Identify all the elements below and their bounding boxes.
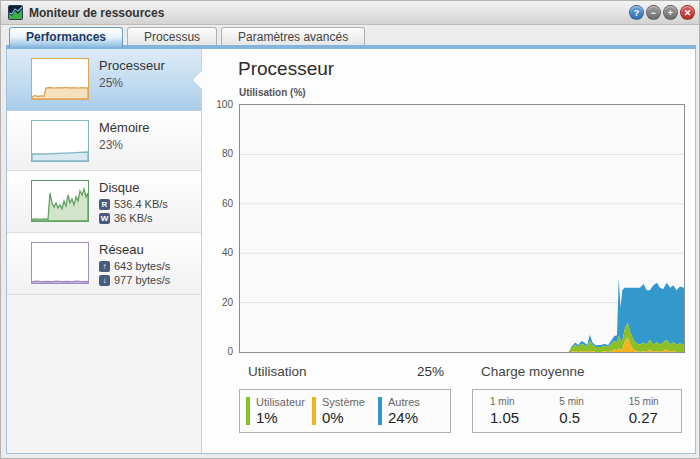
- sidebar-item-reseau[interactable]: Réseau ↑ 643 bytes/s ↓ 977 bytes/s: [7, 233, 201, 295]
- y-axis-title: Utilisation (%): [239, 87, 306, 98]
- legend-value: 0%: [322, 409, 365, 426]
- title-bar: Moniteur de ressources ? − + ✕: [1, 1, 699, 25]
- window-controls: ? − + ✕: [629, 5, 695, 20]
- disk-read-row: R 536.4 KB/s: [99, 198, 168, 210]
- usage-legend-box: Utilisateur 1% Système 0% Autres 24%: [239, 389, 451, 433]
- y-tick-label: 40: [222, 247, 233, 258]
- window-title: Moniteur de ressources: [29, 1, 164, 25]
- reseau-sparkline: [31, 242, 89, 284]
- autres-color-bar: [378, 397, 382, 425]
- disque-sparkline: [31, 180, 89, 222]
- legend-value: 1%: [256, 409, 305, 426]
- y-tick-label: 60: [222, 198, 233, 209]
- selected-item-notch: [193, 71, 202, 89]
- cpu-chart-svg: [240, 105, 684, 352]
- usage-total: 25%: [239, 364, 444, 379]
- upload-arrow-icon: ↑: [99, 261, 110, 272]
- resource-monitor-window: Moniteur de ressources ? − + ✕ Performan…: [0, 0, 700, 459]
- legend-utilisateur: Utilisateur 1%: [246, 396, 312, 426]
- network-up-value: 643 bytes/s: [114, 260, 170, 272]
- y-tick-label: 20: [222, 297, 233, 308]
- load-average-label: Charge moyenne: [481, 364, 585, 379]
- memoire-sparkline: [31, 120, 89, 162]
- legend-name: Système: [322, 396, 365, 408]
- tab-bar: Performances Processus Paramètres avancé…: [9, 27, 365, 48]
- sidebar-item-label: Réseau: [99, 242, 170, 257]
- legend-systeme: Système 0%: [312, 396, 378, 426]
- network-up-row: ↑ 643 bytes/s: [99, 260, 170, 272]
- utilisateur-color-bar: [246, 397, 250, 425]
- sidebar-item-label: Mémoire: [99, 120, 150, 135]
- close-button[interactable]: ✕: [680, 5, 695, 20]
- legend-value: 24%: [388, 409, 420, 426]
- sidebar: Processeur 25% Mémoire 23%: [7, 49, 202, 453]
- legend-name: Autres: [388, 396, 420, 408]
- disk-read-icon: R: [99, 199, 110, 210]
- sidebar-item-value: 23%: [99, 138, 150, 152]
- tab-processus[interactable]: Processus: [127, 27, 217, 45]
- disk-write-value: 36 KB/s: [114, 212, 153, 224]
- load-15min: 15 min 0.27: [612, 396, 681, 426]
- load-average-box: 1 min 1.05 5 min 0.5 15 min 0.27: [472, 389, 682, 433]
- y-tick-label: 100: [216, 99, 233, 110]
- cpu-usage-chart: [239, 104, 685, 353]
- disk-write-icon: W: [99, 213, 110, 224]
- legend-autres: Autres 24%: [378, 396, 444, 426]
- y-tick-label: 80: [222, 148, 233, 159]
- sidebar-item-memoire[interactable]: Mémoire 23%: [7, 111, 201, 171]
- main-panel: Processeur Utilisation (%) 100806040200 …: [202, 49, 695, 453]
- legend-name: Utilisateur: [256, 396, 305, 408]
- resource-monitor-icon: [8, 5, 23, 20]
- disk-read-value: 536.4 KB/s: [114, 198, 168, 210]
- tab-parametres-avances[interactable]: Paramètres avancés: [221, 27, 365, 45]
- load-5min: 5 min 0.5: [542, 396, 611, 426]
- sidebar-item-label: Disque: [99, 180, 168, 195]
- help-button[interactable]: ?: [629, 5, 644, 20]
- minimize-button[interactable]: −: [646, 5, 661, 20]
- sidebar-item-label: Processeur: [99, 58, 165, 73]
- sidebar-item-processeur[interactable]: Processeur 25%: [7, 49, 201, 111]
- download-arrow-icon: ↓: [99, 275, 110, 286]
- disk-write-row: W 36 KB/s: [99, 212, 168, 224]
- y-axis-ticks: 100806040200: [204, 104, 236, 353]
- tab-performances[interactable]: Performances: [9, 27, 123, 48]
- content-panel: Processeur 25% Mémoire 23%: [6, 48, 696, 454]
- network-down-value: 977 bytes/s: [114, 274, 170, 286]
- load-1min: 1 min 1.05: [473, 396, 542, 426]
- maximize-button[interactable]: +: [663, 5, 678, 20]
- network-down-row: ↓ 977 bytes/s: [99, 274, 170, 286]
- processeur-sparkline: [31, 58, 89, 100]
- sidebar-item-disque[interactable]: Disque R 536.4 KB/s W 36 KB/s: [7, 171, 201, 233]
- y-tick-label: 0: [227, 346, 233, 357]
- page-title: Processeur: [238, 58, 334, 80]
- sidebar-item-value: 25%: [99, 76, 165, 90]
- systeme-color-bar: [312, 397, 316, 425]
